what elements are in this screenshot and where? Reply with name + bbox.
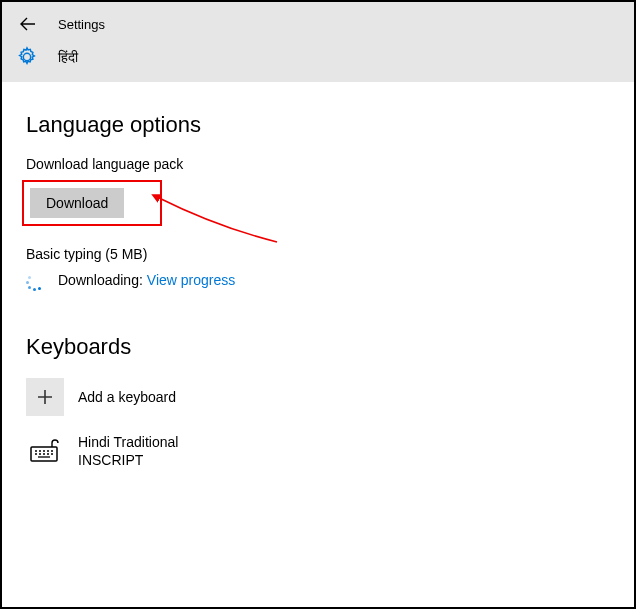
language-name: हिंदी [58, 49, 78, 66]
downloading-row: Downloading: View progress [26, 270, 610, 290]
back-button[interactable] [16, 12, 40, 36]
keyboard-icon [26, 432, 64, 470]
section-language-options: Language options [26, 112, 610, 138]
keyboard-item[interactable]: Hindi Traditional INSCRIPT [26, 432, 610, 470]
view-progress-link[interactable]: View progress [147, 272, 235, 288]
gear-icon [16, 46, 38, 68]
plus-icon [26, 378, 64, 416]
basic-typing-label: Basic typing (5 MB) [26, 246, 610, 262]
download-highlight-box: Download [22, 180, 162, 226]
downloading-text: Downloading: [58, 272, 143, 288]
keyboard-name: Hindi Traditional INSCRIPT [78, 433, 178, 469]
app-title: Settings [58, 17, 105, 32]
download-button[interactable]: Download [30, 188, 124, 218]
add-keyboard-label: Add a keyboard [78, 389, 176, 405]
section-keyboards: Keyboards [26, 334, 610, 360]
header-bar: Settings हिंदी [2, 2, 634, 82]
header-top: Settings [2, 10, 634, 40]
download-language-pack-label: Download language pack [26, 156, 610, 172]
spinner-icon [26, 270, 46, 290]
arrow-left-icon [19, 15, 37, 33]
add-keyboard-row[interactable]: Add a keyboard [26, 378, 610, 416]
content-area: Language options Download language pack … [2, 82, 634, 506]
header-sub: हिंदी [2, 40, 634, 70]
